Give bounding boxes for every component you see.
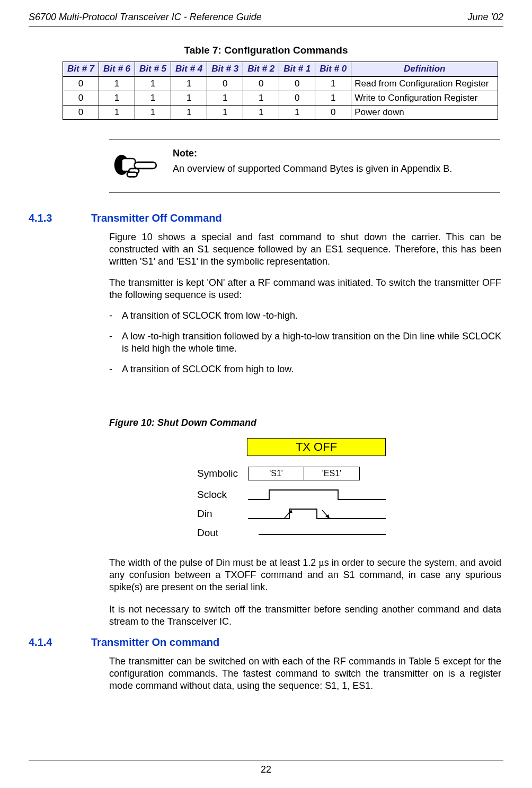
header-left: S6700 Multi-Protocol Transceiver IC - Re… [29,12,262,23]
list-item: A transition of SCLOCK from low -to-high… [122,310,501,322]
cell: 1 [315,91,351,106]
cell: 0 [63,106,99,120]
th-bit3: Bit # 3 [207,62,243,77]
tx-off-label: TX OFF [247,438,386,456]
figure-10-caption: Figure 10: Shut Down Command [109,417,501,429]
cell: 1 [207,91,243,106]
cell-definition: Read from Configuration Register [351,76,498,91]
sec414-p1: The transmitter can be switched on with … [109,655,501,692]
section-title: Transmitter On command [91,636,219,649]
th-bit5: Bit # 5 [135,62,171,77]
sec413-p4: It is not necessary to switch off the tr… [109,603,501,628]
list-item: A low -to-high transition followed by a … [122,330,501,355]
footer-rule [29,760,503,760]
cell: 1 [135,106,171,120]
row-label-symbolic: Symbolic [197,468,248,479]
section-number: 4.1.4 [29,636,66,649]
table-caption: Table 7: Configuration Commands [0,45,532,56]
row-label-sclock: Sclock [197,489,248,501]
page-number: 22 [0,764,532,775]
cell: 1 [135,91,171,106]
svg-rect-2 [135,162,156,169]
note-body: An overview of supported Command Bytes i… [173,163,500,174]
sec413-p2: The transmitter is kept 'ON' after a RF … [109,277,501,301]
th-bit0: Bit # 0 [315,62,351,77]
row-label-din: Din [197,508,248,520]
note-box: Note: An overview of supported Command B… [109,139,500,193]
cell: 1 [279,106,315,120]
th-definition: Definition [351,62,498,77]
cell: 1 [171,76,207,91]
cell-definition: Write to Configuration Register [351,91,498,106]
row-label-dout: Dout [197,527,248,539]
cell: 0 [207,76,243,91]
header-rule [29,27,503,27]
th-bit2: Bit # 2 [243,62,279,77]
cell: 0 [279,91,315,106]
cell: 1 [171,106,207,120]
cell: 0 [63,76,99,91]
note-title: Note: [173,148,500,159]
table-row: 0 1 1 1 1 1 0 1 Write to Configuration R… [63,91,498,106]
section-title: Transmitter Off Command [91,212,222,224]
section-4-1-4-heading: 4.1.4 Transmitter On command [29,636,219,649]
cell: 1 [99,91,135,106]
symbolic-s1-cell: 'S1' [248,467,304,480]
svg-rect-4 [127,172,137,177]
p3-part-a: The width of the pulse of Din must be at… [109,557,318,568]
dout-waveform [248,529,386,537]
page-header: S6700 Multi-Protocol Transceiver IC - Re… [29,12,503,23]
th-bit1: Bit # 1 [279,62,315,77]
sec413-p1: Figure 10 shows a special and fast comma… [109,231,501,268]
table-row: 0 1 1 1 1 1 1 0 Power down [63,106,498,120]
cell: 0 [63,91,99,106]
th-bit7: Bit # 7 [63,62,99,77]
sec413-list: A transition of SCLOCK from low -to-high… [109,310,501,375]
list-item: A transition of SCLOCK from high to low. [122,363,501,375]
cell: 1 [243,106,279,120]
cell-definition: Power down [351,106,498,120]
th-bit6: Bit # 6 [99,62,135,77]
figure-10: TX OFF Symbolic 'S1' 'ES1' Sclock Din Do… [197,438,425,549]
config-commands-table: Bit # 7 Bit # 6 Bit # 5 Bit # 4 Bit # 3 … [63,62,498,120]
header-right: June '02 [468,12,504,23]
cell: 1 [99,106,135,120]
micro-symbol: µ [318,557,324,568]
cell: 0 [315,106,351,120]
table-header-row: Bit # 7 Bit # 6 Bit # 5 Bit # 4 Bit # 3 … [63,62,498,77]
cell: 1 [99,76,135,91]
table-row: 0 1 1 1 0 0 0 1 Read from Configuration … [63,76,498,91]
cell: 1 [315,76,351,91]
cell: 1 [135,76,171,91]
section-number: 4.1.3 [29,212,66,224]
din-waveform [248,507,386,521]
th-bit4: Bit # 4 [171,62,207,77]
sclock-waveform [248,488,386,502]
pointing-hand-icon [113,151,159,179]
section-4-1-3-heading: 4.1.3 Transmitter Off Command [29,212,222,224]
sec413-p3: The width of the pulse of Din must be at… [109,557,501,593]
symbolic-es1-cell: 'ES1' [304,467,360,480]
cell: 1 [243,91,279,106]
cell: 0 [279,76,315,91]
cell: 1 [207,106,243,120]
cell: 1 [171,91,207,106]
cell: 0 [243,76,279,91]
